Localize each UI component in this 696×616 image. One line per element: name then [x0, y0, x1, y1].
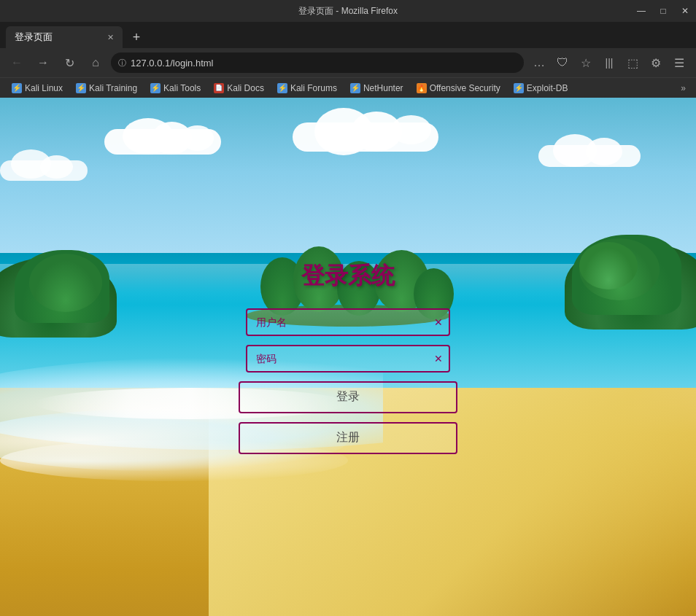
nethunter-icon: ⚡ [350, 83, 360, 93]
bookmark-kali-tools[interactable]: ⚡ Kali Tools [144, 81, 206, 95]
window-title: 登录页面 - Mozilla Firefox [298, 5, 398, 17]
new-tab-button[interactable]: + [125, 26, 147, 48]
bookmark-kali-training[interactable]: ⚡ Kali Training [70, 81, 143, 95]
login-button[interactable]: 登录 [239, 381, 457, 413]
more-bookmarks-button[interactable]: » [676, 81, 690, 95]
tab-label: 登录页面 [15, 31, 53, 44]
bookmark-star-button[interactable]: ☆ [575, 52, 597, 74]
bookmark-nethunter[interactable]: ⚡ NetHunter [344, 81, 409, 95]
bookmark-kali-linux-label: Kali Linux [25, 83, 63, 93]
forward-button[interactable]: → [32, 52, 54, 74]
bookmark-offensive-security-label: Offensive Security [430, 83, 500, 93]
kali-tools-icon: ⚡ [150, 83, 161, 93]
bookmark-kali-training-label: Kali Training [89, 83, 137, 93]
tab-bar: 登录页面 ✕ + [0, 22, 696, 48]
username-icon: ✕ [434, 316, 443, 328]
shield-button[interactable]: 🛡 [552, 52, 573, 74]
menu-button[interactable]: ☰ [668, 52, 690, 74]
library-button[interactable]: ||| [598, 52, 620, 74]
bookmarks-bar: ⚡ Kali Linux ⚡ Kali Training ⚡ Kali Tool… [0, 77, 696, 98]
forward-icon: → [37, 56, 49, 69]
cloud-1 [104, 118, 221, 158]
bookmark-exploit-db-label: Exploit-DB [527, 83, 568, 93]
nav-right-buttons: … 🛡 ☆ ||| ⬚ ⚙ ☰ [528, 52, 690, 74]
refresh-button[interactable]: ↻ [58, 52, 80, 74]
bookmark-kali-docs[interactable]: 📄 Kali Docs [208, 81, 270, 95]
username-wrapper: ✕ [246, 308, 450, 336]
password-icon: ✕ [434, 353, 443, 364]
screenshot-button[interactable]: ⬚ [622, 52, 643, 74]
bookmark-kali-forums[interactable]: ⚡ Kali Forums [271, 81, 343, 95]
home-button[interactable]: ⌂ [85, 52, 107, 74]
title-bar: 登录页面 - Mozilla Firefox — □ ✕ [0, 0, 696, 22]
kali-linux-icon: ⚡ [12, 83, 22, 93]
close-button[interactable]: ✕ [674, 0, 696, 22]
bookmark-nethunter-label: NetHunter [363, 83, 403, 93]
password-input[interactable] [246, 345, 450, 373]
exploit-db-icon: ⚡ [514, 83, 524, 93]
bookmark-exploit-db[interactable]: ⚡ Exploit-DB [508, 81, 574, 95]
kali-forums-icon: ⚡ [277, 83, 287, 93]
extensions-button[interactable]: ⚙ [645, 52, 667, 74]
kali-docs-icon: 📄 [214, 83, 224, 93]
bookmark-offensive-security[interactable]: 🔥 Offensive Security [411, 81, 506, 95]
nav-bar: ← → ↻ ⌂ ⓘ … 🛡 ☆ ||| ⬚ ⚙ ☰ [0, 48, 696, 77]
bookmark-kali-docs-label: Kali Docs [227, 83, 264, 93]
library-icon: ||| [606, 57, 614, 69]
minimize-button[interactable]: — [630, 0, 652, 22]
address-input[interactable] [131, 58, 517, 69]
address-bar-container: ⓘ [111, 52, 524, 73]
cloud-4 [0, 149, 88, 182]
bookmark-kali-tools-label: Kali Tools [163, 83, 201, 93]
maximize-button[interactable]: □ [652, 0, 674, 22]
refresh-icon: ↻ [65, 56, 74, 70]
window-controls: — □ ✕ [630, 0, 696, 22]
offensive-security-icon: 🔥 [417, 83, 427, 93]
page-content: 登录系统 ✕ ✕ 登录 注册 [0, 98, 696, 616]
username-input[interactable] [246, 308, 450, 336]
active-tab[interactable]: 登录页面 ✕ [6, 26, 123, 48]
forest-left [0, 243, 161, 338]
lock-icon: ⓘ [118, 58, 126, 69]
more-button[interactable]: … [528, 52, 550, 74]
login-title: 登录系统 [301, 260, 395, 292]
bookmark-kali-forums-label: Kali Forums [290, 83, 337, 93]
home-icon: ⌂ [92, 56, 99, 69]
password-wrapper: ✕ [246, 345, 450, 373]
login-container: 登录系统 ✕ ✕ 登录 注册 [239, 260, 457, 454]
register-button[interactable]: 注册 [239, 422, 457, 454]
bookmark-kali-linux[interactable]: ⚡ Kali Linux [6, 81, 69, 95]
kali-training-icon: ⚡ [76, 83, 86, 93]
cloud-3 [538, 134, 641, 171]
back-icon: ← [11, 56, 23, 69]
cloud-2 [293, 108, 438, 159]
back-button[interactable]: ← [6, 52, 28, 74]
tab-close-button[interactable]: ✕ [107, 33, 114, 42]
forest-right [528, 227, 696, 330]
